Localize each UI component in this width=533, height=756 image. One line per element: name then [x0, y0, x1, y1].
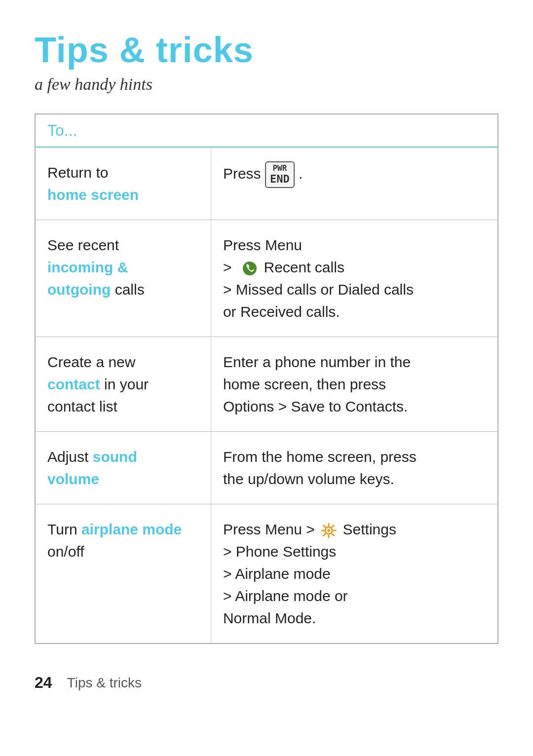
svg-line-8	[332, 534, 334, 536]
svg-point-0	[243, 262, 257, 275]
table-header-cell: To...	[35, 114, 498, 147]
instruction-missed-calls: > Missed calls or Dialed calls	[223, 281, 414, 298]
instruction-cell-calls: Press Menu > Recent calls > Missed calls…	[211, 220, 498, 337]
svg-line-10	[324, 534, 326, 536]
action-cell-calls: See recent incoming & outgoing calls	[35, 220, 211, 337]
instruction-airplane-mode-or: > Airplane mode or	[223, 588, 348, 604]
instruction-press: Press	[223, 165, 265, 182]
action-text-contact-list: contact list	[47, 398, 117, 415]
page-subtitle: a few handy hints	[35, 75, 498, 94]
footer-page-label: Tips & tricks	[67, 675, 142, 691]
action-cell-volume: Adjust sound volume	[35, 432, 211, 504]
action-cell-contact: Create a new contact in your contact lis…	[35, 337, 211, 432]
svg-point-2	[327, 529, 330, 532]
action-text-create: Create a new	[47, 354, 135, 370]
page-footer: 24 Tips & tricks	[35, 674, 498, 692]
instruction-press-menu: Press Menu	[223, 237, 302, 253]
table-row: See recent incoming & outgoing calls Pre…	[35, 220, 498, 337]
action-cell-homescreen: Return to home screen	[35, 147, 211, 220]
instruction-from-home: From the home screen, press	[223, 449, 417, 465]
action-text-turn: Turn	[47, 521, 81, 537]
instruction-phone-settings: > Phone Settings	[223, 543, 336, 560]
action-highlight-volume: volume	[47, 471, 99, 487]
instruction-cell-volume: From the home screen, press the up/down …	[211, 432, 498, 504]
pwr-end-button: PWR END	[265, 161, 295, 188]
instruction-recent-calls: > Recent calls	[223, 259, 344, 275]
page-title: Tips & tricks	[35, 30, 498, 70]
action-text-see-recent: See recent	[47, 237, 119, 253]
action-text-calls: calls	[115, 281, 145, 298]
instruction-volume-keys: the up/down volume keys.	[223, 471, 394, 487]
action-highlight-outgoing: outgoing	[47, 281, 111, 298]
action-highlight-airplane: airplane mode	[81, 521, 182, 537]
instruction-options-save: Options > Save to Contacts.	[223, 398, 408, 415]
action-text-return: Return to	[47, 164, 108, 181]
table-row: Return to home screen Press PWR END .	[35, 147, 498, 220]
table-row: Adjust sound volume From the home screen…	[35, 432, 498, 504]
action-text-adjust: Adjust	[47, 449, 93, 465]
instruction-period: .	[299, 165, 303, 182]
tips-table: To... Return to home screen Press PWR EN…	[35, 113, 498, 644]
action-highlight-sound: sound	[93, 449, 137, 465]
instruction-cell-contact: Enter a phone number in the home screen,…	[211, 337, 498, 432]
instruction-airplane-mode: > Airplane mode	[223, 566, 331, 582]
action-highlight-homescreen: home screen	[47, 187, 139, 203]
instruction-cell-airplane: Press Menu > Settings	[211, 504, 498, 644]
svg-line-7	[324, 526, 326, 528]
table-row: Turn airplane mode on/off Press Menu >	[35, 504, 498, 644]
phone-icon	[242, 261, 258, 276]
instruction-home-screen-then: home screen, then press	[223, 376, 386, 392]
table-row: Create a new contact in your contact lis…	[35, 337, 498, 432]
svg-line-9	[332, 526, 334, 528]
action-cell-airplane: Turn airplane mode on/off	[35, 504, 211, 644]
action-highlight-incoming: incoming &	[47, 259, 128, 275]
action-text-onoff: on/off	[47, 543, 84, 560]
action-highlight-contact: contact	[47, 376, 100, 392]
instruction-enter-phone: Enter a phone number in the	[223, 354, 411, 370]
table-header-row: To...	[35, 114, 498, 147]
settings-icon	[321, 523, 337, 538]
instruction-received-calls: or Received calls.	[223, 303, 340, 320]
instruction-press-menu-settings: Press Menu >	[223, 521, 319, 537]
footer-page-number: 24	[35, 674, 52, 692]
instruction-settings-label: Settings	[343, 521, 396, 537]
action-text-in-your: in your	[104, 376, 149, 392]
instruction-normal-mode: Normal Mode.	[223, 610, 316, 626]
instruction-cell-homescreen: Press PWR END .	[211, 147, 498, 220]
